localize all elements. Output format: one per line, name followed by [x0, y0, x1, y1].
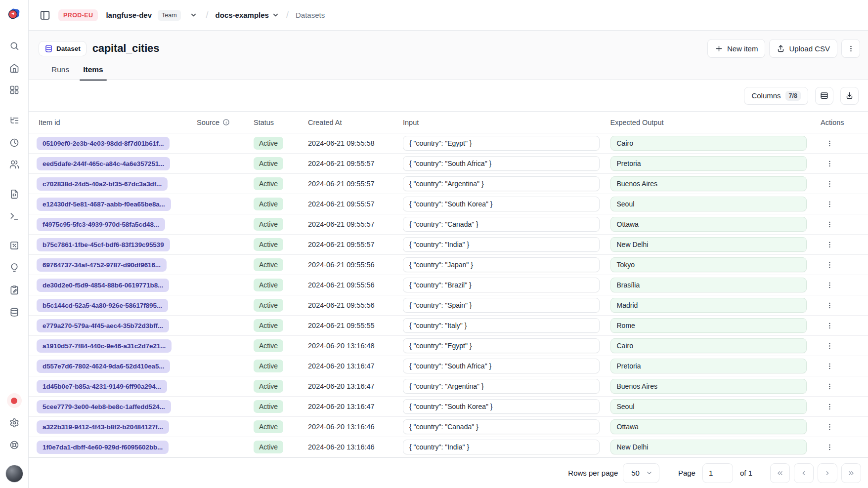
item-id-link[interactable]: b5c144cd-52a5-4a80-926e-58617f895...: [37, 299, 168, 312]
app-logo-icon[interactable]: [7, 6, 22, 21]
expected-output-cell[interactable]: Buenos Aires: [610, 379, 807, 394]
upload-csv-button[interactable]: Upload CSV: [769, 39, 837, 58]
item-id-link[interactable]: 5cee7779-3e00-4eb8-be8c-1affedd524...: [37, 400, 171, 413]
info-icon[interactable]: [222, 119, 230, 126]
item-id-link[interactable]: c702838d-24d5-40a2-bf35-67dc3a3df...: [37, 177, 168, 191]
sidebar-sessions-icon[interactable]: [5, 133, 24, 152]
item-id-link[interactable]: 1f0e7da1-dbff-4e60-929d-f6095602bb...: [37, 441, 169, 454]
expected-output-cell[interactable]: Cairo: [610, 338, 807, 353]
expected-output-cell[interactable]: New Delhi: [610, 440, 807, 454]
input-cell[interactable]: { "country": "Canada" }: [403, 217, 600, 232]
row-actions-button[interactable]: [822, 197, 838, 211]
user-avatar[interactable]: [5, 464, 24, 483]
sidebar-home-icon[interactable]: [5, 59, 24, 78]
row-actions-button[interactable]: [822, 157, 838, 171]
row-actions-button[interactable]: [822, 177, 838, 191]
org-type-chip[interactable]: Team: [158, 10, 181, 21]
item-id-link[interactable]: de30d2e0-f5d9-4854-88b6-0619771b8...: [37, 279, 169, 292]
input-cell[interactable]: { "country": "South Korea" }: [403, 399, 600, 414]
row-actions-button[interactable]: [822, 400, 838, 414]
page-actions-menu-button[interactable]: [841, 39, 860, 58]
expected-output-cell[interactable]: Seoul: [610, 197, 807, 211]
item-id-link[interactable]: d557e7d6-7802-4624-9da6-52d410ea5...: [37, 360, 170, 373]
input-cell[interactable]: { "country": "Brazil" }: [403, 278, 600, 292]
sidebar-insights-icon[interactable]: [5, 258, 24, 277]
expected-output-cell[interactable]: Seoul: [610, 399, 807, 414]
item-id-link[interactable]: eed5dafe-244f-465c-a84c-4a6e357251...: [37, 157, 170, 170]
export-download-button[interactable]: [840, 87, 859, 105]
input-cell[interactable]: { "country": "Italy" }: [403, 318, 600, 333]
row-actions-button[interactable]: [822, 339, 838, 353]
input-cell[interactable]: { "country": "Egypt" }: [403, 136, 600, 151]
item-id-link[interactable]: a322b319-9412-4f43-b8f2-b20484127f...: [37, 420, 169, 434]
row-actions-button[interactable]: [822, 359, 838, 373]
input-cell[interactable]: { "country": "South Korea" }: [403, 197, 600, 211]
item-id-link[interactable]: 1d45b0e7-b85a-4231-9149-6ff90a294...: [37, 380, 167, 393]
expected-output-cell[interactable]: Ottawa: [610, 419, 807, 434]
item-id-link[interactable]: 69764737-34af-4752-9787-d90df9616...: [37, 258, 167, 272]
expected-output-cell[interactable]: Pretoria: [610, 359, 807, 373]
row-actions-button[interactable]: [822, 319, 838, 333]
input-cell[interactable]: { "country": "Spain" }: [403, 298, 600, 313]
sidebar-users-icon[interactable]: [5, 155, 24, 174]
expected-output-cell[interactable]: Rome: [610, 318, 807, 333]
breadcrumb-project[interactable]: docs-examples: [216, 11, 279, 19]
row-actions-button[interactable]: [822, 420, 838, 434]
row-actions-button[interactable]: [822, 298, 838, 313]
input-cell[interactable]: { "country": "Argentina" }: [403, 176, 600, 191]
sidebar-toggle-icon[interactable]: [38, 8, 52, 23]
tab-runs[interactable]: Runs: [51, 65, 69, 80]
next-page-button[interactable]: [818, 463, 837, 483]
row-actions-button[interactable]: [822, 217, 838, 232]
sidebar-dashboards-icon[interactable]: [5, 81, 24, 99]
input-cell[interactable]: { "country": "Japan" }: [403, 257, 600, 272]
row-actions-button[interactable]: [822, 258, 838, 272]
sidebar-search-icon[interactable]: [5, 37, 24, 55]
item-id-link[interactable]: e779a270-579a-4f45-aec4-35b72d3bff...: [37, 319, 169, 332]
input-cell[interactable]: { "country": "South Africa" }: [403, 359, 600, 373]
row-height-button[interactable]: [815, 87, 833, 105]
item-id-link[interactable]: 05109ef0-2e3b-4e03-98dd-8f7d01b61f...: [37, 137, 170, 150]
sidebar-evaluation-icon[interactable]: [5, 236, 24, 255]
sidebar-support-icon[interactable]: [5, 436, 24, 454]
input-cell[interactable]: { "country": "South Africa" }: [403, 156, 600, 171]
row-actions-button[interactable]: [822, 136, 838, 151]
row-actions-button[interactable]: [822, 379, 838, 394]
input-cell[interactable]: { "country": "India" }: [403, 440, 600, 454]
sidebar-annotation-icon[interactable]: [5, 281, 24, 299]
expected-output-cell[interactable]: Buenos Aires: [610, 176, 807, 191]
sidebar-tracing-icon[interactable]: [5, 111, 24, 130]
page-number-input[interactable]: [702, 463, 733, 483]
status-indicator-dot[interactable]: [7, 393, 22, 408]
row-actions-button[interactable]: [822, 238, 838, 252]
breadcrumb-section[interactable]: Datasets: [296, 11, 325, 19]
item-id-link[interactable]: a1910d57-7f84-440c-9e46-a31c2d7e21...: [37, 339, 172, 353]
previous-page-button[interactable]: [794, 463, 814, 483]
sidebar-datasets-icon[interactable]: [5, 303, 24, 322]
row-actions-button[interactable]: [822, 440, 838, 454]
expected-output-cell[interactable]: Tokyo: [610, 257, 807, 272]
tab-items[interactable]: Items: [83, 65, 103, 80]
row-actions-button[interactable]: [822, 278, 838, 292]
sidebar-prompts-icon[interactable]: [5, 185, 24, 203]
item-id-link[interactable]: b75c7861-1fbe-45cf-bdf6-83f139c95539: [37, 238, 170, 251]
last-page-button[interactable]: [841, 463, 861, 483]
expected-output-cell[interactable]: New Delhi: [610, 237, 807, 252]
new-item-button[interactable]: New item: [707, 39, 766, 58]
expected-output-cell[interactable]: Ottawa: [610, 217, 807, 232]
first-page-button[interactable]: [770, 463, 790, 483]
expected-output-cell[interactable]: Brasília: [610, 278, 807, 292]
input-cell[interactable]: { "country": "Egypt" }: [403, 338, 600, 353]
expected-output-cell[interactable]: Cairo: [610, 136, 807, 151]
item-id-link[interactable]: f4975c95-5fc3-4939-970d-58fa5cd48...: [37, 218, 165, 231]
item-id-link[interactable]: e12430df-5e81-4687-aabb-f0ea65be8a...: [37, 198, 171, 211]
columns-button[interactable]: Columns 7/8: [744, 87, 808, 105]
input-cell[interactable]: { "country": "India" }: [403, 237, 600, 252]
org-switcher-chevron-icon[interactable]: [188, 9, 199, 21]
expected-output-cell[interactable]: Madrid: [610, 298, 807, 313]
sidebar-playground-icon[interactable]: [5, 207, 24, 226]
org-name[interactable]: langfuse-dev: [106, 11, 152, 19]
rows-per-page-select[interactable]: 50: [623, 463, 659, 483]
expected-output-cell[interactable]: Pretoria: [610, 156, 807, 171]
input-cell[interactable]: { "country": "Canada" }: [403, 419, 600, 434]
